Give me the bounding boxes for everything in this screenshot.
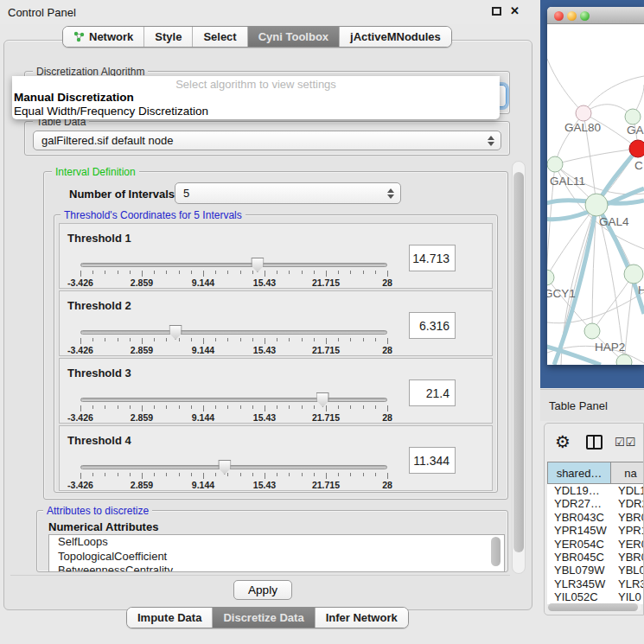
table-hscrollbar[interactable] bbox=[548, 603, 641, 611]
threshold-panel: Threshold 3-3.4262.8599.14415.4321.71528… bbox=[59, 358, 493, 424]
table-cell: YDL1 bbox=[611, 484, 644, 497]
dropdown-option[interactable]: Manual Discretization bbox=[12, 91, 500, 105]
tab-label: Select bbox=[203, 30, 236, 43]
threshold-slider[interactable]: -3.4262.8599.14415.4321.71528 bbox=[80, 461, 387, 490]
tab-label: Infer Network bbox=[326, 611, 398, 624]
threshold-slider[interactable]: -3.4262.8599.14415.4321.71528 bbox=[80, 258, 387, 288]
algorithm-dropdown-popup: Select algorithm to view settings Manual… bbox=[12, 76, 500, 119]
slider-track[interactable] bbox=[80, 398, 387, 402]
table-data-combobox[interactable]: galFiltered.sif default node bbox=[33, 131, 501, 150]
num-intervals-combobox[interactable]: 5 bbox=[175, 182, 401, 204]
network-node-label: HAP2 bbox=[595, 341, 625, 354]
scale-tick-label: 9.144 bbox=[192, 345, 214, 355]
combo-arrows-icon bbox=[488, 136, 494, 146]
tab-infer-network[interactable]: Infer Network bbox=[315, 608, 408, 628]
network-node[interactable] bbox=[624, 265, 643, 284]
table-hscrollbar-thumb[interactable] bbox=[548, 603, 638, 611]
threshold-value-field[interactable]: 6.316 bbox=[409, 312, 456, 339]
network-node[interactable] bbox=[629, 140, 644, 157]
tab-jactivemnodules[interactable]: jActiveMNodules bbox=[339, 27, 451, 47]
network-node[interactable] bbox=[625, 109, 641, 124]
zoom-traffic-light-icon[interactable] bbox=[580, 11, 590, 21]
scale-tick-label: 28 bbox=[382, 277, 392, 288]
apply-button[interactable]: Apply bbox=[233, 580, 292, 600]
table-row[interactable]: YBR043CYBR0 bbox=[547, 511, 644, 524]
slider-track[interactable] bbox=[80, 465, 387, 469]
tab-style[interactable]: Style bbox=[143, 27, 192, 47]
tab-discretize-data[interactable]: Discretize Data bbox=[212, 608, 314, 628]
panel-title: Control Panel bbox=[8, 6, 76, 19]
table-cell: YBR0 bbox=[611, 551, 644, 564]
network-node[interactable] bbox=[547, 270, 554, 285]
attributes-list[interactable]: SelfLoopsTopologicalCoefficientBetweenne… bbox=[48, 534, 505, 572]
network-node-label: GAL80 bbox=[564, 121, 601, 134]
tab-impute-data[interactable]: Impute Data bbox=[127, 608, 212, 628]
dropdown-hint: Select algorithm to view settings bbox=[12, 78, 500, 91]
network-node[interactable] bbox=[576, 105, 591, 121]
slider-track[interactable] bbox=[80, 330, 387, 335]
network-node[interactable] bbox=[585, 194, 608, 216]
table-row[interactable]: YDR27…YDR2 bbox=[547, 497, 644, 510]
threshold-value-field[interactable]: 14.713 bbox=[409, 245, 456, 271]
scale-tick-label: -3.426 bbox=[67, 345, 93, 355]
network-node[interactable] bbox=[547, 156, 563, 172]
network-node[interactable] bbox=[616, 354, 632, 365]
threshold-slider[interactable]: -3.4262.8599.14415.4321.71528 bbox=[80, 393, 387, 423]
network-node-label: GAL11 bbox=[550, 175, 585, 188]
threshold-value-field[interactable]: 21.4 bbox=[409, 379, 456, 406]
table-cell: YBL0 bbox=[611, 564, 644, 577]
scale-tick-label: 2.859 bbox=[131, 480, 153, 490]
close-icon[interactable]: ✕ bbox=[510, 6, 520, 16]
gear-icon[interactable]: ⚙ bbox=[555, 433, 571, 450]
network-window-titlebar bbox=[547, 7, 644, 24]
table-row[interactable]: YER054CYER0 bbox=[547, 538, 644, 551]
minimize-traffic-light-icon[interactable] bbox=[567, 11, 577, 21]
float-window-icon[interactable] bbox=[492, 7, 501, 16]
scale-tick-label: 28 bbox=[382, 480, 392, 490]
column-header[interactable]: shared… bbox=[547, 462, 611, 484]
network-icon bbox=[73, 31, 85, 42]
scale-tick-label: -3.426 bbox=[67, 412, 93, 423]
settings-scrollbar[interactable] bbox=[512, 161, 526, 574]
tab-cyni-toolbox[interactable]: Cyni Toolbox bbox=[247, 27, 339, 47]
tab-label: Impute Data bbox=[137, 611, 201, 624]
table-row[interactable]: YDL19…YDL1 bbox=[547, 484, 644, 497]
network-edge bbox=[624, 274, 634, 362]
threshold-label: Threshold 1 bbox=[67, 232, 131, 245]
attribute-list-item[interactable]: TopologicalCoefficient bbox=[49, 550, 504, 564]
scale-tick-label: 9.144 bbox=[192, 480, 214, 490]
scale-tick-label: 15.43 bbox=[253, 277, 276, 288]
table-row[interactable]: YIL052CYIL0 bbox=[547, 590, 644, 603]
attribute-list-item[interactable]: SelfLoops bbox=[49, 535, 504, 550]
dropdown-option[interactable]: Equal Width/Frequency Discretization bbox=[12, 105, 500, 118]
tab-label: Cyni Toolbox bbox=[258, 30, 328, 43]
table-row[interactable]: YBL079WYBL0 bbox=[547, 564, 644, 577]
table-row[interactable]: YPR145WYPR1 bbox=[547, 524, 644, 537]
threshold-slider[interactable]: -3.4262.8599.14415.4321.71528 bbox=[80, 326, 387, 355]
network-view-window[interactable]: GAL80GACGAL11GAL4GCY1HHAP2 bbox=[547, 7, 644, 365]
column-header[interactable]: na bbox=[611, 462, 644, 484]
network-node-label: GCY1 bbox=[547, 287, 576, 300]
network-graph[interactable]: GAL80GACGAL11GAL4GCY1HHAP2 bbox=[547, 24, 644, 365]
tab-label: Discretize Data bbox=[223, 611, 303, 624]
tab-network[interactable]: Network bbox=[63, 27, 143, 47]
column-layout-icon[interactable] bbox=[586, 435, 603, 450]
table-row[interactable]: YBR045CYBR0 bbox=[547, 551, 644, 564]
tab-select[interactable]: Select bbox=[192, 27, 246, 47]
settings-scrollbar-thumb[interactable] bbox=[513, 172, 524, 552]
network-node[interactable] bbox=[584, 323, 600, 339]
attribute-list-item[interactable]: BetweennessCentrality bbox=[49, 564, 504, 572]
table-row[interactable]: YLR345WYLR3 bbox=[547, 577, 644, 590]
slider-track[interactable] bbox=[80, 263, 387, 267]
network-node-label: C bbox=[634, 159, 643, 172]
list-scrollbar-thumb[interactable] bbox=[491, 537, 501, 566]
close-traffic-light-icon[interactable] bbox=[554, 11, 564, 21]
threshold-value-field[interactable]: 11.344 bbox=[409, 447, 456, 474]
checkbox-icons[interactable]: ☑☑ bbox=[615, 436, 636, 449]
table-cell: YIL052C bbox=[547, 590, 611, 603]
numerical-attributes-label: Numerical Attributes bbox=[48, 520, 158, 533]
scale-tick-label: 2.859 bbox=[131, 345, 153, 355]
threshold-label: Threshold 2 bbox=[67, 299, 131, 312]
control-panel-tabbar: NetworkStyleSelectCyni ToolboxjActiveMNo… bbox=[62, 26, 452, 48]
num-intervals-value: 5 bbox=[183, 187, 189, 200]
